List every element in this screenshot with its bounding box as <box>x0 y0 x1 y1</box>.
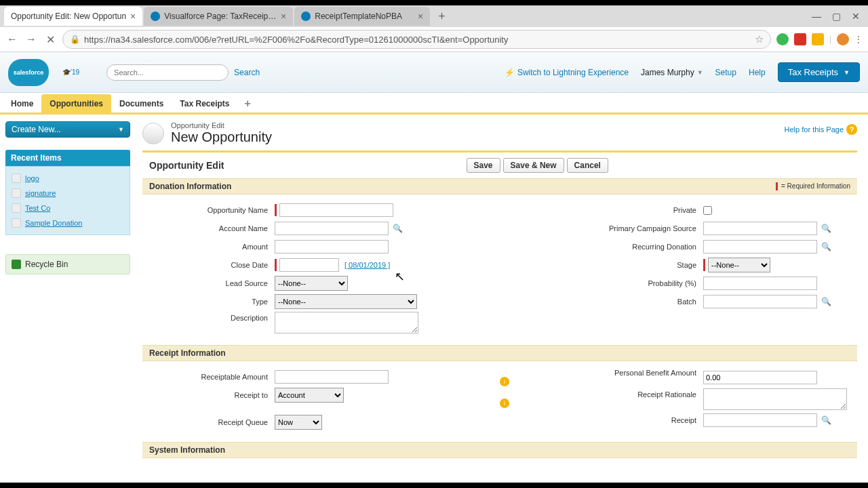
receipt-to-select[interactable]: Account <box>275 388 344 403</box>
help-for-page-link[interactable]: Help for this Page ? <box>785 124 857 135</box>
lookup-icon[interactable]: 🔍 <box>391 222 403 235</box>
tab-tax-receipts[interactable]: Tax Receipts <box>172 94 237 113</box>
doc-icon <box>12 188 21 198</box>
browser-tab[interactable]: ReceiptTemplateNoPBA × <box>294 7 430 26</box>
url-input[interactable]: 🔒 https://na34.salesforce.com/006/e?retU… <box>62 30 771 49</box>
primary-campaign-input[interactable] <box>703 222 817 235</box>
personal-benefit-input[interactable] <box>703 371 817 384</box>
content: Opportunity Edit New Opportunity Help fo… <box>136 115 868 458</box>
extension-icon[interactable] <box>776 33 789 45</box>
page-title: New Opportunity <box>171 129 272 145</box>
label-recurring-donation: Recurring Donation <box>500 243 703 251</box>
lookup-icon[interactable]: 🔍 <box>820 222 832 235</box>
probability-input[interactable] <box>703 277 817 290</box>
cloud-icon <box>151 12 160 21</box>
close-window-icon[interactable]: ✕ <box>852 11 860 22</box>
label-receipt: Receipt <box>500 416 703 424</box>
label-receipt-queue: Receipt Queue <box>142 418 275 426</box>
list-item[interactable]: Sample Donation <box>9 216 127 230</box>
reload-icon[interactable]: ✕ <box>43 33 57 46</box>
label-receipt-rationale: Receipt Rationale i <box>500 388 703 408</box>
list-item[interactable]: logo <box>9 171 127 186</box>
page-header: Opportunity Edit New Opportunity Help fo… <box>142 121 857 145</box>
tab-title: ReceiptTemplateNoPBA <box>315 12 414 21</box>
lookup-icon[interactable]: 🔍 <box>820 241 832 253</box>
label-opportunity-name: Opportunity Name <box>142 206 275 214</box>
switch-lightning-link[interactable]: ⚡ Switch to Lightning Experience <box>505 68 629 77</box>
account-name-input[interactable] <box>275 222 389 235</box>
section-header-donation: Donation Information = Required Informat… <box>142 178 857 195</box>
profile-icon[interactable] <box>837 33 849 45</box>
chevron-down-icon: ▼ <box>844 69 850 76</box>
menu-icon[interactable]: ⋮ <box>854 35 863 44</box>
page-subtitle: Opportunity Edit <box>171 121 272 129</box>
address-bar: ← → ✕ 🔒 https://na34.salesforce.com/006/… <box>0 27 868 52</box>
info-icon[interactable]: i <box>500 399 509 408</box>
star-icon[interactable]: ☆ <box>755 33 764 45</box>
extension-icon[interactable] <box>812 33 824 45</box>
close-date-input[interactable] <box>279 258 339 272</box>
create-new-button[interactable]: Create New... ▼ <box>5 121 130 138</box>
section-header-system: System Information <box>142 442 857 458</box>
label-private: Private <box>500 206 703 214</box>
opportunity-name-input[interactable] <box>279 203 393 217</box>
save-button[interactable]: Save <box>467 158 500 173</box>
receipt-rationale-textarea[interactable] <box>703 388 847 410</box>
recycle-bin[interactable]: Recycle Bin <box>5 254 130 274</box>
close-icon[interactable]: × <box>418 11 423 22</box>
forward-icon[interactable]: → <box>24 33 38 46</box>
tab-documents[interactable]: Documents <box>111 94 172 113</box>
cancel-button[interactable]: Cancel <box>567 158 608 173</box>
save-and-new-button[interactable]: Save & New <box>503 158 564 173</box>
nav-tabs: Home Opportunities Documents Tax Receipt… <box>0 93 868 115</box>
tab-bar: Opportunity Edit: New Opportun × Visualf… <box>0 5 868 27</box>
extension-icons: | ⋮ <box>776 33 863 45</box>
receiptable-amount-input[interactable] <box>275 370 389 384</box>
list-item[interactable]: Test Co <box>9 201 127 216</box>
receipt-input[interactable] <box>703 413 817 427</box>
tab-add[interactable]: + <box>238 95 258 113</box>
new-tab-button[interactable]: + <box>431 9 452 24</box>
info-icon[interactable]: i <box>500 377 509 386</box>
lookup-icon[interactable]: 🔍 <box>820 296 832 308</box>
close-icon[interactable]: × <box>130 11 136 22</box>
back-icon[interactable]: ← <box>5 33 19 46</box>
lookup-icon[interactable]: 🔍 <box>820 414 832 426</box>
list-item[interactable]: signature <box>9 186 127 201</box>
description-textarea[interactable] <box>275 312 418 333</box>
help-icon: ? <box>846 124 857 135</box>
browser-tab[interactable]: Visualforce Page: TaxReceiptsNP × <box>144 7 293 26</box>
user-menu[interactable]: James Murphy ▼ <box>641 68 703 77</box>
search-input[interactable] <box>106 64 229 81</box>
amount-input[interactable] <box>275 240 389 253</box>
search-button[interactable]: Search <box>234 68 260 77</box>
close-date-link[interactable]: [ 08/01/2019 ] <box>344 261 390 269</box>
browser-tab[interactable]: Opportunity Edit: New Opportun × <box>4 7 142 26</box>
label-stage: Stage <box>500 261 703 269</box>
close-icon[interactable]: × <box>281 11 286 22</box>
label-probability: Probability (%) <box>500 279 703 287</box>
help-link[interactable]: Help <box>749 68 766 77</box>
maximize-icon[interactable]: ▢ <box>832 11 841 22</box>
label-amount: Amount <box>142 243 275 251</box>
app-menu-button[interactable]: Tax Receipts ▼ <box>778 62 860 82</box>
batch-input[interactable] <box>703 295 817 308</box>
salesforce-logo[interactable]: salesforce <box>8 59 49 86</box>
trailhead-icon: 🎓'19 <box>62 68 79 76</box>
stage-select[interactable]: --None-- <box>708 258 770 272</box>
type-select[interactable]: --None-- <box>275 294 417 309</box>
label-receipt-to: Receipt to <box>142 391 275 399</box>
receipt-queue-select[interactable]: Now <box>275 415 322 430</box>
lead-source-select[interactable]: --None-- <box>275 276 348 291</box>
chevron-down-icon: ▼ <box>118 126 124 133</box>
tab-title: Opportunity Edit: New Opportun <box>11 12 126 21</box>
minimize-icon[interactable]: — <box>812 11 821 22</box>
url-text: https://na34.salesforce.com/006/e?retURL… <box>84 35 751 45</box>
setup-link[interactable]: Setup <box>715 68 736 77</box>
tab-home[interactable]: Home <box>3 94 41 113</box>
tab-opportunities[interactable]: Opportunities <box>41 94 111 113</box>
sidebar: Create New... ▼ Recent Items logo signat… <box>0 115 136 458</box>
extension-icon[interactable] <box>794 33 806 45</box>
recurring-donation-input[interactable] <box>703 240 817 253</box>
private-checkbox[interactable] <box>703 206 712 215</box>
